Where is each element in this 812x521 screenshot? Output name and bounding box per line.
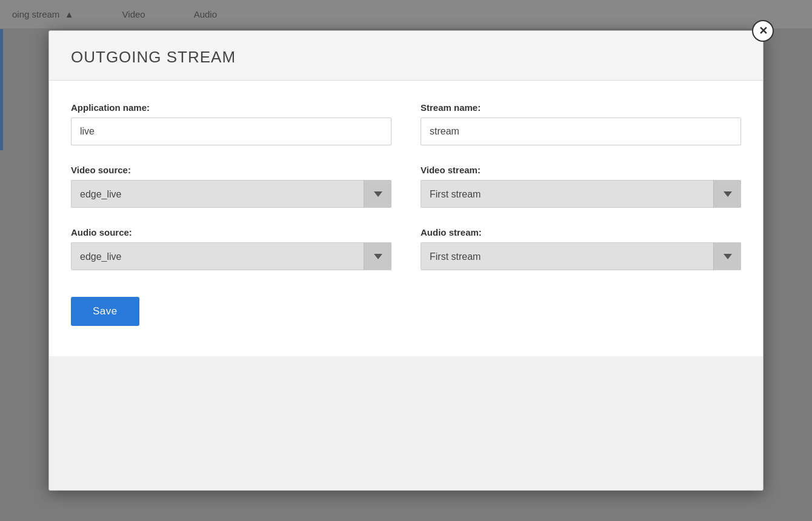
app-name-input[interactable]: [71, 118, 391, 145]
modal-header: OUTGOING STREAM: [49, 31, 763, 81]
stream-name-label: Stream name:: [421, 102, 741, 113]
form-group-video-stream: Video stream: First stream: [421, 165, 741, 208]
form-group-audio-stream: Audio stream: First stream: [421, 227, 741, 270]
form-row-3: Audio source: edge_live Audio stream: Fi…: [71, 227, 741, 270]
audio-stream-select[interactable]: First stream: [421, 242, 741, 270]
audio-stream-label: Audio stream:: [421, 227, 741, 237]
modal-dialog: ✕ OUTGOING STREAM Application name: Stre…: [48, 30, 764, 491]
form-group-app-name: Application name:: [71, 102, 391, 145]
video-stream-select-wrapper: First stream: [421, 180, 741, 208]
video-source-select-wrapper: edge_live: [71, 180, 391, 208]
video-stream-label: Video stream:: [421, 165, 741, 175]
video-source-select[interactable]: edge_live: [71, 180, 391, 208]
form-row-2: Video source: edge_live Video stream: Fi…: [71, 165, 741, 208]
stream-name-input[interactable]: [421, 118, 741, 145]
audio-source-select[interactable]: edge_live: [71, 242, 391, 270]
audio-source-select-wrapper: edge_live: [71, 242, 391, 270]
video-stream-select[interactable]: First stream: [421, 180, 741, 208]
form-group-stream-name: Stream name:: [421, 102, 741, 145]
video-source-label: Video source:: [71, 165, 391, 175]
form-group-audio-source: Audio source: edge_live: [71, 227, 391, 270]
modal-title: OUTGOING STREAM: [71, 48, 741, 67]
audio-stream-select-wrapper: First stream: [421, 242, 741, 270]
close-icon: ✕: [759, 24, 768, 38]
modal-body: Application name: Stream name: Video sou…: [49, 81, 763, 356]
app-name-label: Application name:: [71, 102, 391, 113]
save-button[interactable]: Save: [71, 297, 139, 326]
form-row-1: Application name: Stream name:: [71, 102, 741, 145]
modal-close-button[interactable]: ✕: [752, 20, 774, 42]
audio-source-label: Audio source:: [71, 227, 391, 237]
save-button-label: Save: [93, 305, 118, 317]
modal-overlay: ✕ OUTGOING STREAM Application name: Stre…: [0, 0, 812, 521]
form-group-video-source: Video source: edge_live: [71, 165, 391, 208]
